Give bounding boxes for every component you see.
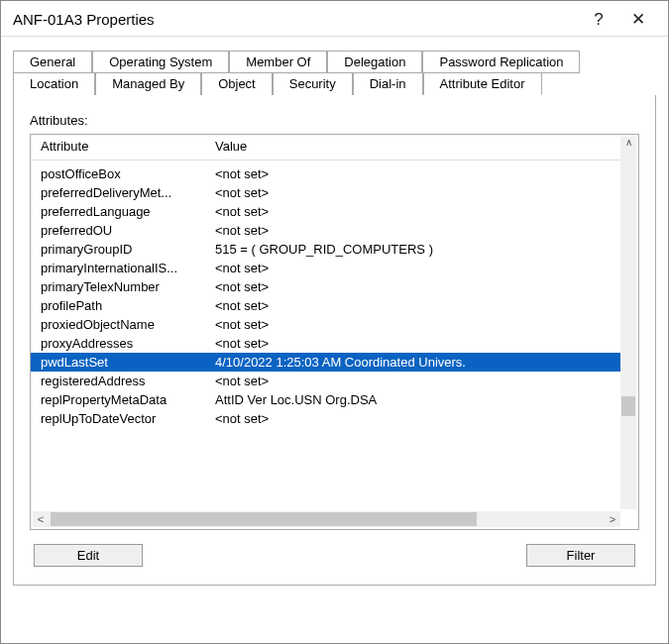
table-row[interactable]: primaryGroupID515 = ( GROUP_RID_COMPUTER… — [31, 240, 620, 259]
table-row[interactable]: preferredLanguage<not set> — [31, 202, 620, 221]
attributes-label: Attributes: — [30, 113, 639, 128]
filter-button[interactable]: Filter — [526, 544, 635, 567]
scroll-right-icon[interactable]: > — [605, 511, 620, 527]
table-row[interactable]: replUpToDateVector<not set> — [31, 409, 620, 428]
attribute-name: proxiedObjectName — [31, 317, 209, 332]
tab-attribute-editor[interactable]: Attribute Editor — [423, 72, 542, 95]
attribute-value: 515 = ( GROUP_RID_COMPUTERS ) — [209, 242, 620, 257]
edit-button[interactable]: Edit — [34, 544, 143, 567]
attribute-name: replPropertyMetaData — [31, 392, 209, 407]
tab-member-of[interactable]: Member Of — [229, 51, 327, 73]
attribute-name: preferredOU — [31, 223, 209, 238]
table-row[interactable]: preferredDeliveryMet...<not set> — [31, 183, 620, 202]
table-row[interactable]: profilePath<not set> — [31, 296, 620, 315]
close-button[interactable]: ✕ — [618, 9, 658, 30]
attribute-value: <not set> — [209, 223, 620, 238]
tab-operating-system[interactable]: Operating System — [92, 51, 229, 73]
list-header: Attribute Value — [31, 135, 638, 161]
attribute-value: <not set> — [209, 317, 620, 332]
horizontal-scrollbar[interactable]: < > — [33, 511, 620, 527]
hscroll-thumb[interactable] — [51, 512, 477, 526]
tab-managed-by[interactable]: Managed By — [95, 72, 201, 95]
attribute-name: postOfficeBox — [31, 166, 209, 181]
tab-control: General Operating System Member Of Deleg… — [13, 51, 656, 587]
list-body: postOfficeBox<not set>preferredDeliveryM… — [31, 164, 620, 509]
table-row[interactable]: proxiedObjectName<not set> — [31, 315, 620, 334]
dialog-content: General Operating System Member Of Deleg… — [1, 37, 668, 596]
table-row[interactable]: primaryInternationalIS...<not set> — [31, 259, 620, 277]
attribute-name: preferredLanguage — [31, 204, 209, 219]
tab-dial-in[interactable]: Dial-in — [353, 72, 423, 95]
tab-body: Attributes: Attribute Value postOfficeBo… — [13, 95, 656, 586]
attribute-value: AttID Ver Loc.USN Org.DSA — [209, 392, 620, 407]
attribute-value: <not set> — [209, 374, 620, 388]
table-row[interactable]: preferredOU<not set> — [31, 221, 620, 240]
attribute-name: registeredAddress — [31, 374, 209, 388]
attribute-value: <not set> — [209, 204, 620, 219]
tab-password-replication[interactable]: Password Replication — [422, 51, 580, 73]
properties-dialog: ANF-01A3 Properties ? ✕ General Operatin… — [0, 0, 669, 644]
attribute-name: primaryGroupID — [31, 242, 209, 257]
attribute-name: pwdLastSet — [31, 355, 209, 370]
attribute-value: <not set> — [209, 166, 620, 181]
header-attribute[interactable]: Attribute — [31, 139, 209, 154]
attribute-name: replUpToDateVector — [31, 411, 209, 426]
attribute-name: primaryInternationalIS... — [31, 261, 209, 275]
table-row[interactable]: registeredAddress<not set> — [31, 372, 620, 390]
table-row[interactable]: primaryTelexNumber<not set> — [31, 277, 620, 296]
button-row: Edit Filter — [30, 530, 639, 571]
tab-location[interactable]: Location — [13, 72, 95, 95]
table-row[interactable]: proxyAddresses<not set> — [31, 334, 620, 353]
tab-security[interactable]: Security — [273, 72, 353, 95]
titlebar: ANF-01A3 Properties ? ✕ — [1, 1, 668, 37]
help-button[interactable]: ? — [579, 10, 618, 30]
attribute-name: profilePath — [31, 298, 209, 313]
attribute-value: <not set> — [209, 279, 620, 294]
header-value[interactable]: Value — [209, 139, 638, 154]
attribute-name: proxyAddresses — [31, 336, 209, 351]
vscroll-thumb[interactable] — [621, 396, 635, 416]
vertical-scrollbar[interactable]: ∧ — [620, 137, 636, 509]
attribute-name: primaryTelexNumber — [31, 279, 209, 294]
window-title: ANF-01A3 Properties — [13, 11, 579, 28]
attribute-value: <not set> — [209, 185, 620, 200]
scroll-left-icon[interactable]: < — [33, 511, 49, 527]
tab-object[interactable]: Object — [201, 72, 273, 95]
attribute-value: <not set> — [209, 261, 620, 275]
tab-general[interactable]: General — [13, 51, 92, 73]
attribute-value: 4/10/2022 1:25:03 AM Coordinated Univers… — [209, 355, 620, 370]
tab-delegation[interactable]: Delegation — [327, 51, 422, 73]
attribute-value: <not set> — [209, 336, 620, 351]
table-row[interactable]: pwdLastSet4/10/2022 1:25:03 AM Coordinat… — [31, 353, 620, 372]
attribute-list: Attribute Value postOfficeBox<not set>pr… — [30, 134, 639, 530]
attribute-value: <not set> — [209, 298, 620, 313]
attribute-value: <not set> — [209, 411, 620, 426]
table-row[interactable]: replPropertyMetaData AttID Ver Loc.USN O… — [31, 390, 620, 409]
scroll-up-icon[interactable]: ∧ — [620, 137, 636, 153]
table-row[interactable]: postOfficeBox<not set> — [31, 164, 620, 183]
attribute-name: preferredDeliveryMet... — [31, 185, 209, 200]
